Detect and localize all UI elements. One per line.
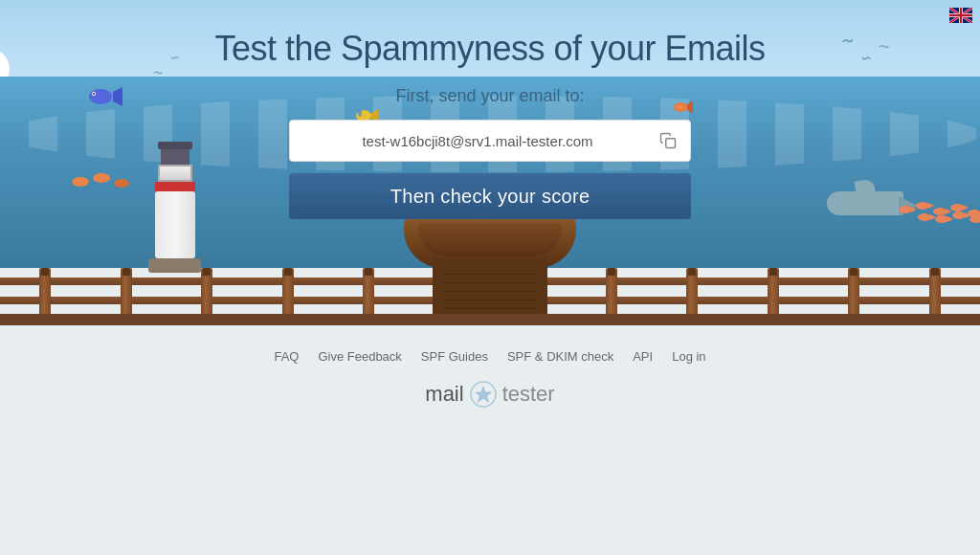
footer-nav: FAQ Give Feedback SPF Guides SPF & DKIM …: [274, 349, 705, 364]
bottom-section: FAQ Give Feedback SPF Guides SPF & DKIM …: [0, 325, 980, 555]
page-title: Test the Spammyness of your Emails: [214, 29, 765, 69]
email-address-input[interactable]: [300, 133, 656, 149]
brand-suffix: tester: [502, 382, 555, 407]
svg-rect-11: [666, 139, 676, 148]
subtitle: First, send your email to:: [395, 86, 584, 106]
flag-icon[interactable]: [949, 8, 972, 23]
footer-link-faq[interactable]: FAQ: [274, 349, 299, 364]
footer-link-spf-dkim[interactable]: SPF & DKIM check: [507, 349, 613, 364]
main-content: Test the Spammyness of your Emails First…: [0, 0, 980, 219]
check-score-button[interactable]: Then check your score: [289, 173, 691, 219]
footer-link-feedback[interactable]: Give Feedback: [318, 349, 401, 364]
email-display-row: [289, 120, 691, 162]
brand-star-icon: [470, 381, 497, 408]
svg-marker-13: [476, 387, 491, 402]
copy-button[interactable]: [656, 128, 680, 153]
footer-link-login[interactable]: Log in: [672, 349, 705, 364]
footer-link-api[interactable]: API: [633, 349, 653, 364]
dock-plank-top: [0, 314, 980, 325]
brand-name: mail: [425, 382, 463, 407]
dock: [0, 258, 980, 325]
brand-logo: mail tester: [425, 381, 554, 408]
footer-link-spf-guides[interactable]: SPF Guides: [421, 349, 488, 364]
hero-scene: 〜 〜 〜 〜 〜: [0, 0, 980, 325]
